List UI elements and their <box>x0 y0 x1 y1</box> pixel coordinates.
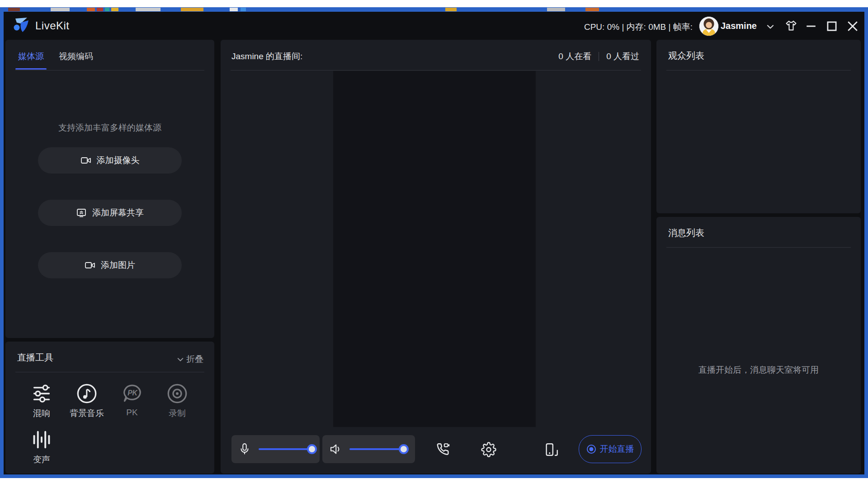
add-camera-button[interactable]: 添加摄像头 <box>38 147 182 174</box>
media-source-hint: 支持添加丰富多样的媒体源 <box>5 122 214 134</box>
messages-empty-hint: 直播开始后，消息聊天室将可用 <box>656 364 861 376</box>
tool-pk-label: PK <box>109 408 155 418</box>
desktop-wallpaper-fragment <box>445 8 457 11</box>
divider <box>15 372 204 372</box>
messages-panel: 消息列表 直播开始后，消息聊天室将可用 <box>656 217 861 474</box>
viewer-stats: 0 人在看 0 人看过 <box>558 51 639 62</box>
screen-share-icon <box>76 207 87 218</box>
speaker-volume-group <box>322 435 415 463</box>
chevron-down-icon <box>177 357 184 361</box>
audience-panel: 观众列表 <box>656 40 861 213</box>
add-screen-share-button[interactable]: 添加屏幕共享 <box>38 200 182 226</box>
camera-icon <box>85 260 95 271</box>
svg-text:PK: PK <box>127 389 138 397</box>
live-tools-panel: 直播工具 折叠 混响 背 <box>5 342 214 474</box>
record-dot-icon <box>586 444 596 454</box>
desktop-wallpaper-fragment <box>181 8 203 11</box>
tool-voice-changer[interactable]: 变声 <box>19 429 64 465</box>
desktop-wallpaper-fragment <box>8 8 20 11</box>
divider <box>599 52 599 61</box>
avatar[interactable] <box>699 16 719 36</box>
video-call-icon[interactable] <box>435 442 451 457</box>
desktop-wallpaper-fragment <box>105 8 109 11</box>
viewers-watched: 0 人看过 <box>606 51 639 62</box>
username-label: Jasmine <box>721 21 757 31</box>
maximize-button[interactable] <box>826 20 838 33</box>
collapse-label: 折叠 <box>186 353 203 365</box>
desktop-wallpaper-fragment <box>547 8 565 11</box>
viewers-watching: 0 人在看 <box>558 51 591 62</box>
desktop-wallpaper-fragment <box>111 8 118 11</box>
mic-icon[interactable] <box>238 442 251 456</box>
tool-background-music[interactable]: 背景音乐 <box>64 383 109 419</box>
orientation-toggle-icon[interactable] <box>544 442 559 457</box>
settings-gear-icon[interactable] <box>481 442 496 457</box>
mixer-icon <box>31 383 52 404</box>
mic-volume-slider[interactable] <box>259 448 313 450</box>
app-window: LiveKit CPU: 0% | 内存: 0MB | 帧率: Jasmine <box>4 12 864 474</box>
close-button[interactable] <box>846 20 859 33</box>
add-image-label: 添加图片 <box>101 259 135 271</box>
mic-volume-thumb[interactable] <box>307 444 317 454</box>
room-title: Jasmine 的直播间: <box>231 51 302 62</box>
desktop-wallpaper-fragment <box>51 8 70 11</box>
add-camera-label: 添加摄像头 <box>97 155 140 166</box>
tool-record: 录制 <box>155 383 200 419</box>
divider <box>15 70 204 70</box>
app-title: LiveKit <box>35 19 70 32</box>
tool-pk: PK PK <box>109 383 155 418</box>
messages-title: 消息列表 <box>668 227 704 239</box>
stage-panel: Jasmine 的直播间: 0 人在看 0 人看过 <box>221 40 651 474</box>
theme-shirt-icon[interactable] <box>785 20 797 33</box>
livekit-logo-icon <box>14 17 30 34</box>
tool-record-label: 录制 <box>155 408 200 419</box>
speaker-icon[interactable] <box>329 442 342 456</box>
speaker-volume-thumb[interactable] <box>399 444 409 454</box>
add-screen-share-label: 添加屏幕共享 <box>92 207 144 219</box>
music-icon <box>76 383 97 404</box>
video-preview-canvas <box>333 71 536 427</box>
divider <box>666 70 851 70</box>
media-source-panel: 媒体源 视频编码 支持添加丰富多样的媒体源 添加摄像头 添加屏幕共享 <box>5 40 214 338</box>
divider <box>666 247 851 248</box>
pk-icon: PK <box>122 383 142 404</box>
tool-reverb-label: 混响 <box>19 408 64 419</box>
collapse-toggle[interactable]: 折叠 <box>177 353 203 365</box>
title-bar: LiveKit CPU: 0% | 内存: 0MB | 帧率: Jasmine <box>4 12 864 40</box>
start-live-label: 开始直播 <box>600 443 634 455</box>
add-image-button[interactable]: 添加图片 <box>38 252 182 278</box>
chevron-down-icon[interactable] <box>767 24 774 29</box>
camera-icon <box>80 155 91 166</box>
live-tools-title: 直播工具 <box>17 352 53 364</box>
minimize-button[interactable] <box>805 20 817 33</box>
tool-background-music-label: 背景音乐 <box>64 408 109 419</box>
desktop-wallpaper-fragment <box>136 8 160 11</box>
audience-title: 观众列表 <box>668 50 704 62</box>
tool-reverb[interactable]: 混响 <box>19 383 64 419</box>
desktop-wallpaper-fragment <box>585 8 599 11</box>
avatar-illustration-icon <box>699 17 718 36</box>
record-icon <box>167 383 188 404</box>
voice-bars-icon <box>31 429 52 450</box>
start-live-button[interactable]: 开始直播 <box>579 435 642 463</box>
divider <box>231 70 641 70</box>
tab-video-encoding[interactable]: 视频编码 <box>59 51 93 62</box>
desktop-wallpaper-fragment <box>230 8 238 11</box>
mic-volume-group <box>231 435 320 463</box>
tab-media-source[interactable]: 媒体源 <box>18 51 44 62</box>
desktop-wallpaper-fragment <box>97 8 103 11</box>
desktop-wallpaper-fragment <box>87 8 95 11</box>
tool-voice-changer-label: 变声 <box>19 454 64 465</box>
speaker-volume-slider[interactable] <box>349 448 405 450</box>
performance-stats: CPU: 0% | 内存: 0MB | 帧率: <box>584 21 693 33</box>
desktop-wallpaper-fragment <box>241 8 246 11</box>
